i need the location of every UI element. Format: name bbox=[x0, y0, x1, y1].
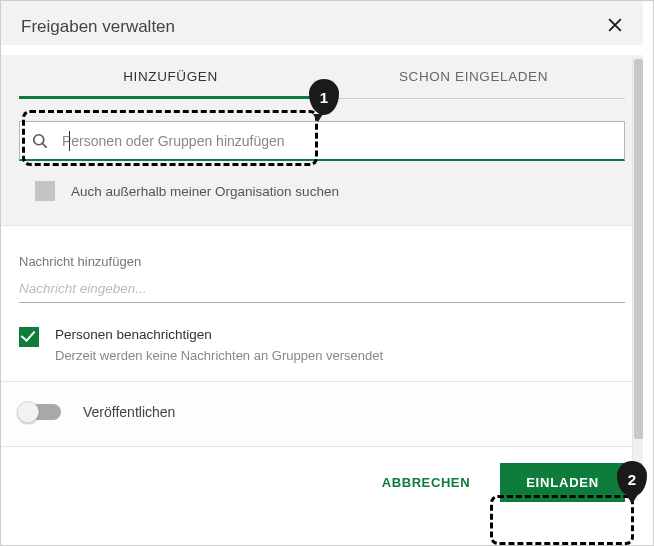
close-button[interactable] bbox=[605, 15, 627, 37]
close-icon bbox=[605, 15, 625, 35]
notify-row: Personen benachrichtigen Derzeit werden … bbox=[19, 327, 625, 363]
scroll-thumb[interactable] bbox=[634, 59, 643, 439]
publish-toggle[interactable] bbox=[19, 404, 61, 420]
tab-add[interactable]: HINZUFÜGEN bbox=[19, 55, 322, 99]
notify-title: Personen benachrichtigen bbox=[55, 327, 383, 342]
svg-point-0 bbox=[34, 134, 44, 144]
external-search-row[interactable]: Auch außerhalb meiner Organisation suche… bbox=[19, 181, 625, 201]
notify-note: Derzeit werden keine Nachrichten an Grup… bbox=[55, 348, 383, 363]
search-icon bbox=[30, 131, 50, 151]
dialog-footer: ABBRECHEN EINLADEN bbox=[1, 447, 643, 518]
message-label: Nachricht hinzufügen bbox=[19, 254, 625, 269]
dialog-header: Freigaben verwalten bbox=[1, 1, 643, 45]
search-input[interactable] bbox=[50, 132, 614, 150]
message-section: Nachricht hinzufügen Personen benachrich… bbox=[1, 226, 643, 382]
external-search-label: Auch außerhalb meiner Organisation suche… bbox=[71, 184, 339, 199]
notify-checkbox[interactable] bbox=[19, 327, 39, 347]
share-dialog: Freigaben verwalten HINZUFÜGEN SCHON EIN… bbox=[1, 1, 643, 546]
svg-line-1 bbox=[43, 143, 47, 147]
dialog-title: Freigaben verwalten bbox=[21, 17, 623, 37]
invite-button[interactable]: EINLADEN bbox=[500, 463, 625, 502]
search-box[interactable] bbox=[19, 121, 625, 161]
toggle-knob-icon bbox=[17, 401, 39, 423]
tab-invited[interactable]: SCHON EINGELADEN bbox=[322, 55, 625, 99]
cancel-button[interactable]: ABBRECHEN bbox=[376, 465, 476, 500]
search-wrap bbox=[19, 121, 625, 161]
checkbox-unchecked-icon[interactable] bbox=[35, 181, 55, 201]
notify-text: Personen benachrichtigen Derzeit werden … bbox=[55, 327, 383, 363]
scrollbar[interactable] bbox=[632, 57, 643, 487]
text-caret bbox=[69, 131, 70, 151]
message-input[interactable] bbox=[19, 279, 625, 303]
publish-section: Veröffentlichen bbox=[1, 382, 643, 447]
publish-label: Veröffentlichen bbox=[83, 404, 175, 420]
